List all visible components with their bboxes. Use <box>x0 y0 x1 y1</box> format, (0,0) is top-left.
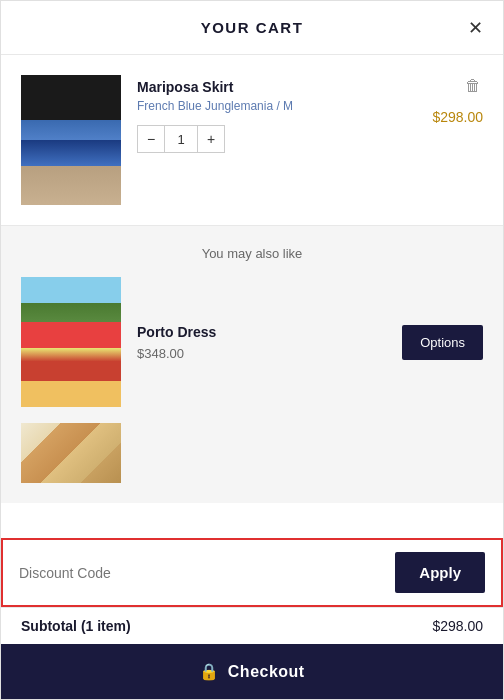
quantity-decrease-button[interactable]: − <box>137 125 165 153</box>
rec-options-button[interactable]: Options <box>402 325 483 360</box>
recommendations-title: You may also like <box>21 246 483 261</box>
rec-item-details: Porto Dress $348.00 <box>137 324 386 361</box>
checkout-label: Checkout <box>228 663 305 681</box>
recommendations-section: You may also like Porto Dress $348.00 Op… <box>1 226 503 503</box>
modal-header: YOUR CART ✕ <box>1 1 503 55</box>
lock-icon: 🔒 <box>199 662 220 681</box>
quantity-value: 1 <box>165 125 197 153</box>
rec-partial-image <box>21 423 121 483</box>
discount-section: Apply <box>1 538 503 607</box>
subtotal-row: Subtotal (1 item) $298.00 <box>1 607 503 644</box>
checkout-button[interactable]: 🔒 Checkout <box>1 644 503 699</box>
subtotal-value: $298.00 <box>432 618 483 634</box>
subtotal-label: Subtotal (1 item) <box>21 618 131 634</box>
item-image <box>21 75 121 205</box>
item-details: Mariposa Skirt French Blue Junglemania /… <box>137 75 416 153</box>
item-right: 🗑 $298.00 <box>432 75 483 125</box>
close-button[interactable]: ✕ <box>468 19 483 37</box>
item-name: Mariposa Skirt <box>137 79 416 95</box>
item-delete-button[interactable]: 🗑 <box>463 75 483 97</box>
rec-partial-image-visual <box>21 423 121 483</box>
item-price: $298.00 <box>432 105 483 125</box>
recommendation-item-partial <box>21 423 483 483</box>
rec-item-image-visual <box>21 277 121 407</box>
item-variant: French Blue Junglemania / M <box>137 99 416 113</box>
cart-modal: YOUR CART ✕ Mariposa Skirt French Blue J… <box>0 0 504 700</box>
rec-item-name: Porto Dress <box>137 324 386 340</box>
cart-body: Mariposa Skirt French Blue Junglemania /… <box>1 55 503 538</box>
item-image-visual <box>21 75 121 205</box>
rec-item-price: $348.00 <box>137 346 386 361</box>
modal-footer: Apply Subtotal (1 item) $298.00 🔒 Checko… <box>1 538 503 699</box>
recommendation-item: Porto Dress $348.00 Options <box>21 277 483 407</box>
modal-title: YOUR CART <box>201 19 304 36</box>
cart-item: Mariposa Skirt French Blue Junglemania /… <box>1 55 503 225</box>
quantity-increase-button[interactable]: + <box>197 125 225 153</box>
discount-code-input[interactable] <box>19 565 385 581</box>
rec-item-image <box>21 277 121 407</box>
apply-discount-button[interactable]: Apply <box>395 552 485 593</box>
quantity-controls: − 1 + <box>137 125 416 153</box>
